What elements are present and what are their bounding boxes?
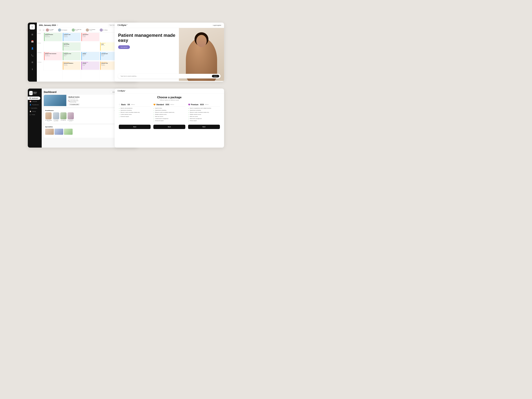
cal-col-2: ✗ Cancelled Leg Fracture Min 30 min Lisa… xyxy=(81,32,100,79)
landing-login-link[interactable]: Login/register xyxy=(213,25,221,26)
dash-nav-practitioners[interactable]: 👤 Practitioners xyxy=(28,103,42,106)
appt-hormonal[interactable]: ✗ Not confirmed Hormonal Imbalance Min 3… xyxy=(63,62,81,70)
feat-pre-4: Multi user access xyxy=(190,116,198,117)
pract-name-0: Dr. Haidi Zakarya xyxy=(45,120,52,121)
cal-nav-phone[interactable]: 📞 xyxy=(30,53,34,57)
cal-next-btn[interactable]: › xyxy=(42,29,45,31)
basic-next-btn[interactable]: Next xyxy=(119,125,151,129)
dash-nav-calendar[interactable]: 📅 Calendar xyxy=(28,100,42,103)
plan-std-f5: ✓ Limited branch management xyxy=(153,118,185,120)
plan-basic-f3: ✓ Limited calendar access xyxy=(119,114,151,115)
landing-image xyxy=(179,28,224,81)
plan-std-f4: ✓ Multi user access xyxy=(153,116,185,118)
check-std-2: ✓ xyxy=(153,112,154,113)
landing-panel: CliniSync™ Login/register Patient manage… xyxy=(115,23,224,82)
doctor-chip-4: Dr. Rena xyxy=(100,28,108,31)
cal-nav-grid[interactable]: ⊞ xyxy=(30,33,34,37)
cal-cell-2-0: ✗ Cancelled Leg Fracture Min 30 min Lisa… xyxy=(81,32,100,42)
feature-text-0: Ideal for solo practitioners xyxy=(120,108,133,109)
dash-nav-dashboard[interactable]: ⊞ Dashboard xyxy=(28,97,40,100)
check-std-1: ✓ xyxy=(153,110,154,111)
cal-nav-settings[interactable]: ⚙ xyxy=(30,60,34,64)
dash-clinic-info: Medical Centre Admin Pro xyxy=(33,92,39,95)
feat-pre-3: Multiple calendar access xyxy=(190,114,201,115)
landing-search-btn[interactable]: Search xyxy=(212,75,219,77)
feat-std-3: Multiple calendar access xyxy=(155,114,167,115)
practitioners-card: Practitioners → Dr. Haidi Zakarya Dentis… xyxy=(44,108,116,123)
appt-leg-fracture[interactable]: ✗ Cancelled Leg Fracture Min 30 min Lisa… xyxy=(82,33,99,41)
check-icon-3: ✓ xyxy=(119,114,120,115)
landing-logo: CliniSync™ xyxy=(117,24,127,26)
doctor-avatar-2 xyxy=(72,28,75,31)
doctor-name-4: Dr. Rena xyxy=(103,30,108,31)
landing-cta-btn[interactable]: Get started xyxy=(118,45,130,49)
pract-item-0: Dr. Haidi Zakarya Dentist xyxy=(45,112,52,122)
plan-standard-header: 🧡 Standard XXX USD/mo xyxy=(153,104,185,106)
premium-next-btn[interactable]: Next xyxy=(188,125,220,129)
appt-common-cold-1[interactable]: ✓ Checked-In Common Cold Min 30 min Haya… xyxy=(63,33,81,41)
cal-dropdown-icon[interactable]: ▾ xyxy=(57,25,58,26)
dash-nav-history[interactable]: 📋 History xyxy=(28,110,42,113)
pract-name-3: Dr. Christine H. xyxy=(68,120,74,121)
cal-cell-0-0: ✓ Confirmed Dental Extraction Min 30 min… xyxy=(44,32,62,42)
dash-nav-label-calendar: Calendar xyxy=(32,101,37,102)
check-icon-1: ✓ xyxy=(119,110,120,111)
check-pre-4: ✓ xyxy=(188,116,189,118)
specialities-grid xyxy=(45,129,117,135)
plan-basic-f0: ✓ Ideal for solo practitioners xyxy=(119,108,151,109)
cal-prev-btn[interactable]: ‹ xyxy=(39,29,41,31)
appt-wisdom-tooth[interactable]: ✗ Cancelled Wisdom tooth extraction Min … xyxy=(44,52,62,60)
plan-basic-unit: USD/mo xyxy=(131,104,135,105)
pract-role-3: Of Kyastics xyxy=(69,121,72,122)
appt-dental-extraction[interactable]: ✓ Confirmed Dental Extraction Min 30 min… xyxy=(44,33,62,41)
cal-cell-0-1 xyxy=(44,42,62,52)
doctor-chip-0: Dr. Haidi Zakarya xyxy=(46,28,53,31)
plan-standard-unit: USD/mo xyxy=(170,104,174,105)
appt-pregnancy-care[interactable]: ✓ Confirmed Pregnancy Care Min 30 min As… xyxy=(63,52,81,60)
plan-premium: 💜 Premium XXX USD/mo ✓ Ideal for hospita… xyxy=(188,104,220,122)
plan-standard: 🧡 Standard XXX USD/mo ✓ Ideal for clinic… xyxy=(153,104,185,122)
cal-nav-info[interactable]: ℹ xyxy=(30,67,34,71)
check-icon-0: ✓ xyxy=(119,108,120,109)
plan-std-f0: ✓ Ideal for clinics xyxy=(153,108,185,109)
dash-history-icon: 📋 xyxy=(30,111,31,112)
cal-time-col: 9:00am 9:30am 10:00am 10:30am xyxy=(37,32,44,79)
feat-std-0: Ideal for clinics xyxy=(155,108,162,109)
check-std-6: ✓ xyxy=(153,120,154,122)
appt-arthritis[interactable]: ✗ Not confirmed Arthritis Min 30 min Geo… xyxy=(82,62,99,70)
plan-std-f2: ✓ Manual or audio consultation details e… xyxy=(153,112,185,113)
plan-basic-name: Basic xyxy=(121,104,126,106)
dash-sidebar: 4+2 Medical Centre Admin Pro ‹ ⊞ Dashboa… xyxy=(28,88,42,148)
appt-skin-allergy[interactable]: ✓ Confirmed Skin Allergy Min 30 min Moha… xyxy=(63,42,81,51)
plan-standard-icon: 🧡 xyxy=(153,104,155,106)
pricing-logo: CliniSync™ xyxy=(117,90,221,92)
pricing-title: Choose a package xyxy=(119,96,220,99)
cal-cell-1-3: ✗ Not confirmed Hormonal Imbalance Min 3… xyxy=(63,61,81,71)
dash-page-title: Dashboard xyxy=(44,91,57,94)
specialities-title: Specialities xyxy=(45,126,53,128)
practitioners-grid: Dr. Haidi Zakarya Dentist Dr. Graysen Sk… xyxy=(45,112,115,122)
plan-standard-price: XXX xyxy=(165,104,169,106)
feat-std-4: Multi user access xyxy=(155,116,163,117)
cal-cell-0-2: ✗ Cancelled Wisdom tooth extraction Min … xyxy=(44,52,62,61)
dash-nav-profile[interactable]: ◎ Profile xyxy=(28,113,42,116)
dash-nav-specialties[interactable]: ⚕ Specialities xyxy=(28,106,42,110)
plan-basic-header: ♡ Basic XX USD/mo xyxy=(119,104,151,106)
landing-content: Patient management made easy Get started xyxy=(115,28,179,81)
dash-nav-label-profile: Profile xyxy=(32,114,35,115)
appt-asthma-1[interactable]: ✓ Confirmed Asthma Min 30 min Carter xyxy=(82,52,99,60)
specialities-card: Specialities → xyxy=(44,125,118,138)
clinic-chair-img xyxy=(44,95,66,106)
clinic-edit-btn[interactable]: ✎ Complete profile xyxy=(69,103,80,106)
cal-nav-cal[interactable]: 📅 xyxy=(30,40,34,44)
pricing-header: CliniSync™ xyxy=(115,88,224,94)
plan-basic-icon: ♡ xyxy=(119,104,120,106)
cal-nav-user[interactable]: 👤 xyxy=(30,47,34,50)
landing-header: CliniSync™ Login/register xyxy=(115,23,224,28)
pract-avatar-2 xyxy=(60,112,67,119)
standard-next-btn[interactable]: Next xyxy=(153,125,185,129)
pract-role-1: Skin & Cardiac xyxy=(54,121,58,122)
dash-collapse-icon[interactable]: ‹ xyxy=(40,92,40,94)
cal-cell-1-0: ✓ Checked-In Common Cold Min 30 min Haya… xyxy=(63,32,81,42)
dash-pract-icon: 👤 xyxy=(30,104,31,106)
